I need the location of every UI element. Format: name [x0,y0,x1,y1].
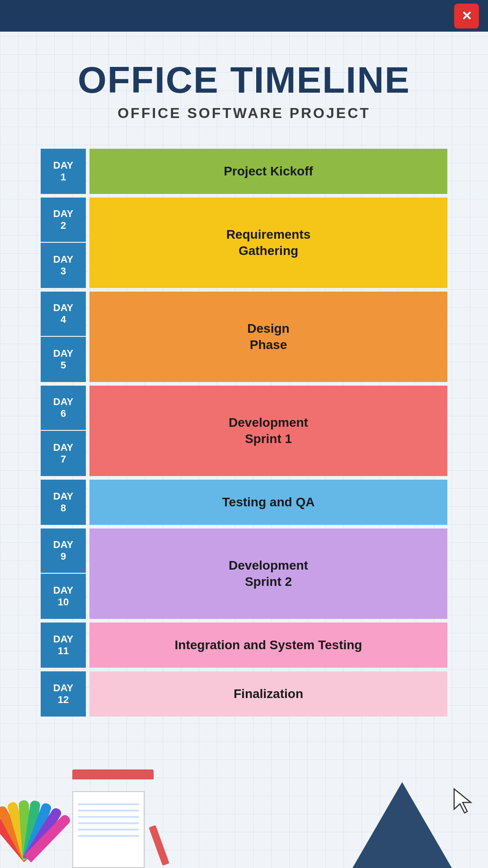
notepad-line [78,810,139,811]
day-labels-item-6: DAY9DAY10 [41,528,86,619]
timeline-row-item-2: DAY2DAY3RequirementsGathering [41,198,447,288]
fan-strip [23,807,63,862]
day-labels-item-1: DAY1 [41,149,86,194]
bottom-decoration [0,769,488,868]
notepad-line [78,822,139,824]
timeline-bar-item-7[interactable]: Integration and System Testing [89,623,447,668]
notepad-line [78,835,139,837]
fan-strip [24,813,72,863]
pencil-decoration [149,825,169,866]
timeline-bar-item-1[interactable]: Project Kickoff [89,149,447,194]
day-labels-item-3: DAY4DAY5 [41,292,86,382]
fan-strip [0,805,32,861]
day-labels-item-2: DAY2DAY3 [41,198,86,288]
close-button[interactable]: ✕ [454,4,479,28]
notepad-lines [73,792,144,841]
day-label: DAY5 [41,337,86,382]
cursor-icon [452,787,474,814]
timeline-row-item-7: DAY11Integration and System Testing [41,623,447,668]
page-title: OFFICE TIMELINE [78,59,410,101]
fan-decoration [9,787,81,859]
timeline-bar-item-8[interactable]: Finalization [89,671,447,717]
timeline-row-item-8: DAY12Finalization [41,671,447,717]
timeline-bar-item-6[interactable]: DevelopmentSprint 2 [89,528,447,619]
day-labels-item-7: DAY11 [41,623,86,668]
triangle-decoration [352,782,452,868]
day-label: DAY12 [41,671,86,717]
timeline-bar-item-5[interactable]: Testing and QA [89,480,447,525]
timeline-row-item-4: DAY6DAY7DevelopmentSprint 1 [41,386,447,476]
timeline: DAY1Project KickoffDAY2DAY3RequirementsG… [41,149,447,717]
timeline-row-item-5: DAY8Testing and QA [41,480,447,525]
timeline-bar-item-3[interactable]: DesignPhase [89,292,447,382]
timeline-row-item-3: DAY4DAY5DesignPhase [41,292,447,382]
day-label: DAY2 [41,198,86,243]
timeline-row-item-1: DAY1Project Kickoff [41,149,447,194]
day-label: DAY10 [41,574,86,619]
timeline-bar-item-2[interactable]: RequirementsGathering [89,198,447,288]
notepad-decoration [72,778,154,868]
day-label: DAY9 [41,528,86,574]
fan-strip [7,801,33,860]
svg-marker-0 [454,789,471,813]
day-labels-item-8: DAY12 [41,671,86,717]
day-label: DAY7 [41,431,86,476]
notepad-line [78,803,139,805]
notepad-line [78,829,139,830]
day-label: DAY8 [41,480,86,525]
top-bar: ✕ [0,0,488,32]
timeline-bar-item-4[interactable]: DevelopmentSprint 1 [89,386,447,476]
day-label: DAY1 [41,149,86,194]
day-label: DAY6 [41,386,86,431]
day-label: DAY3 [41,243,86,288]
notepad-body [72,791,145,868]
day-labels-item-5: DAY8 [41,480,86,525]
fan-strip [23,800,41,860]
timeline-row-item-6: DAY9DAY10DevelopmentSprint 2 [41,528,447,619]
day-label: DAY11 [41,623,86,668]
fan-strip [0,811,31,862]
page-subtitle: OFFICE SOFTWARE PROJECT [117,105,371,122]
notepad-spiral [72,769,154,779]
fan-strip [23,802,52,861]
day-label: DAY4 [41,292,86,337]
day-labels-item-4: DAY6DAY7 [41,386,86,476]
notepad-line [78,816,139,818]
main-content: OFFICE TIMELINE OFFICE SOFTWARE PROJECT … [0,32,488,717]
fan-strip [19,800,33,859]
